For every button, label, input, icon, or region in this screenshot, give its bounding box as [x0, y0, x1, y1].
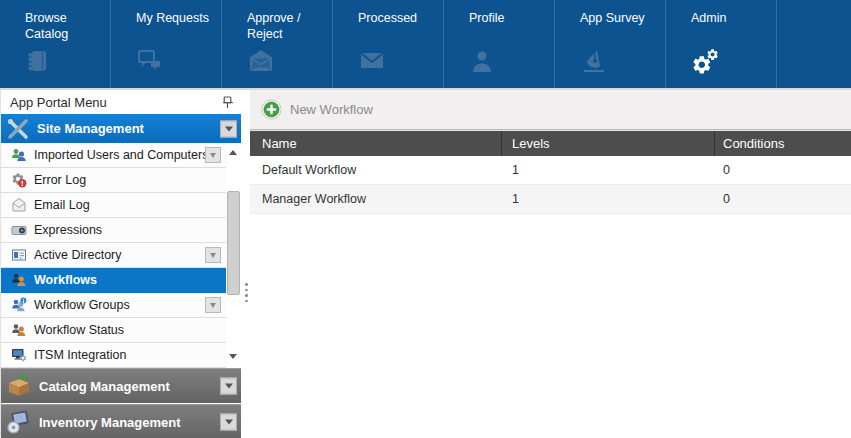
- sidebar-item-label: Imported Users and Computers: [34, 148, 208, 162]
- column-header-conditions[interactable]: Conditions: [715, 131, 851, 156]
- sidebar-item-workflow-status[interactable]: Workflow Status: [1, 318, 226, 343]
- users-computers-icon: [11, 147, 27, 163]
- sidebar-splitter[interactable]: [243, 90, 250, 438]
- column-header-name[interactable]: Name: [250, 131, 502, 156]
- sidebar: App Portal Menu Site Management: [0, 90, 241, 437]
- sidebar-items-scrollbar: [225, 143, 240, 368]
- cell-conditions: 0: [715, 185, 851, 213]
- sidebar-section-inventory-management[interactable]: Inventory Management: [1, 404, 241, 438]
- section-label: Catalog Management: [39, 379, 170, 394]
- sidebar-section-catalog-management[interactable]: Catalog Management: [1, 368, 241, 403]
- scroll-up-arrow[interactable]: [228, 148, 237, 157]
- nav-tab-processed[interactable]: Processed: [333, 0, 444, 88]
- sidebar-item-workflows[interactable]: Workflows: [1, 268, 226, 293]
- sidebar-item-itsm-integration[interactable]: ITSM Integration: [1, 343, 226, 368]
- nav-tab-label: Admin: [691, 11, 768, 27]
- pen-icon: [580, 48, 608, 74]
- item-dropdown-button[interactable]: [205, 297, 221, 313]
- sidebar-item-imported-users-and-computers[interactable]: Imported Users and Computers: [1, 143, 226, 168]
- sidebar-item-workflow-groups[interactable]: Workflow Groups: [1, 293, 226, 318]
- splitter-grip-icon: [245, 283, 248, 302]
- nav-tab-my-requests[interactable]: My Requests: [111, 0, 222, 88]
- new-workflow-button[interactable]: New Workflow: [261, 99, 373, 120]
- sidebar-section-site-management[interactable]: Site Management: [1, 114, 241, 143]
- sidebar-item-expressions[interactable]: Expressions: [1, 218, 226, 243]
- inventory-computer-icon: [6, 409, 32, 435]
- nav-tab-app-survey[interactable]: App Survey: [555, 0, 666, 88]
- nav-tab-label: Profile: [469, 11, 546, 27]
- nav-tab-label: Browse Catalog: [25, 11, 102, 42]
- workflow-status-icon: [11, 322, 27, 338]
- sidebar-item-label: Email Log: [34, 198, 90, 212]
- envelope-open-icon: [247, 48, 275, 74]
- column-header-levels[interactable]: Levels: [502, 131, 715, 156]
- cell-name: Manager Workflow: [250, 185, 502, 213]
- nav-tab-label: My Requests: [136, 11, 213, 27]
- sidebar-item-label: Workflow Status: [34, 323, 124, 337]
- section-expand-button[interactable]: [220, 414, 237, 431]
- sidebar-item-label: Workflows: [34, 273, 97, 287]
- sidebar-item-label: Active Directory: [34, 248, 122, 262]
- nav-tab-admin[interactable]: Admin: [666, 0, 777, 88]
- sidebar-item-label: ITSM Integration: [34, 348, 126, 362]
- sidebar-item-label: Expressions: [34, 223, 102, 237]
- scroll-down-arrow[interactable]: [228, 352, 237, 361]
- pin-icon[interactable]: [220, 95, 235, 110]
- nav-tab-label: Approve / Reject: [247, 11, 324, 42]
- gears-icon: [691, 48, 721, 76]
- nav-filler: [777, 0, 851, 88]
- cell-name: Default Workflow: [250, 156, 502, 184]
- tools-icon: [6, 118, 30, 140]
- workflow-toolbar: New Workflow: [250, 90, 851, 130]
- sidebar-item-error-log[interactable]: Error Log: [1, 168, 226, 193]
- itsm-integration-icon: [11, 347, 27, 363]
- cell-conditions: 0: [715, 156, 851, 184]
- table-row[interactable]: Manager Workflow 1 0: [250, 185, 851, 214]
- nav-tab-label: Processed: [358, 11, 435, 27]
- envelope-icon: [358, 48, 386, 72]
- catalog-box-icon: [6, 373, 32, 399]
- sidebar-item-label: Error Log: [34, 173, 86, 187]
- email-log-icon: [11, 197, 27, 213]
- new-workflow-label: New Workflow: [290, 102, 373, 117]
- cell-levels: 1: [502, 156, 715, 184]
- section-expand-button[interactable]: [220, 378, 237, 395]
- nav-tab-profile[interactable]: Profile: [444, 0, 555, 88]
- expressions-icon: [11, 222, 27, 238]
- scrollbar-thumb[interactable]: [227, 191, 240, 295]
- workflow-table-header: Name Levels Conditions: [250, 131, 851, 156]
- active-directory-icon: [11, 247, 27, 263]
- notebook-icon: [25, 48, 51, 74]
- sidebar-item-label: Workflow Groups: [34, 298, 130, 312]
- item-dropdown-button[interactable]: [205, 147, 221, 163]
- nav-tab-label: App Survey: [580, 11, 657, 27]
- item-dropdown-button[interactable]: [205, 247, 221, 263]
- workflows-icon: [11, 272, 27, 288]
- table-row[interactable]: Default Workflow 1 0: [250, 156, 851, 185]
- nav-tab-approve-reject[interactable]: Approve / Reject: [222, 0, 333, 88]
- main-panel: New Workflow Name Levels Conditions Defa…: [250, 90, 851, 438]
- sidebar-title: App Portal Menu: [10, 95, 107, 110]
- section-label: Inventory Management: [39, 415, 181, 430]
- nav-tab-browse-catalog[interactable]: Browse Catalog: [0, 0, 111, 88]
- top-nav: Browse Catalog My Requests Approve / Rej…: [0, 0, 851, 88]
- chat-bubbles-icon: [136, 48, 164, 74]
- sidebar-header: App Portal Menu: [1, 90, 241, 114]
- sidebar-item-active-directory[interactable]: Active Directory: [1, 243, 226, 268]
- section-collapse-button[interactable]: [220, 120, 237, 137]
- person-icon: [469, 48, 495, 74]
- sidebar-item-list: Imported Users and Computers Error Log: [1, 143, 241, 368]
- section-label: Site Management: [37, 121, 144, 136]
- add-icon: [261, 99, 282, 120]
- workflow-groups-icon: [11, 297, 27, 313]
- sidebar-item-email-log[interactable]: Email Log: [1, 193, 226, 218]
- error-log-icon: [11, 172, 27, 188]
- cell-levels: 1: [502, 185, 715, 213]
